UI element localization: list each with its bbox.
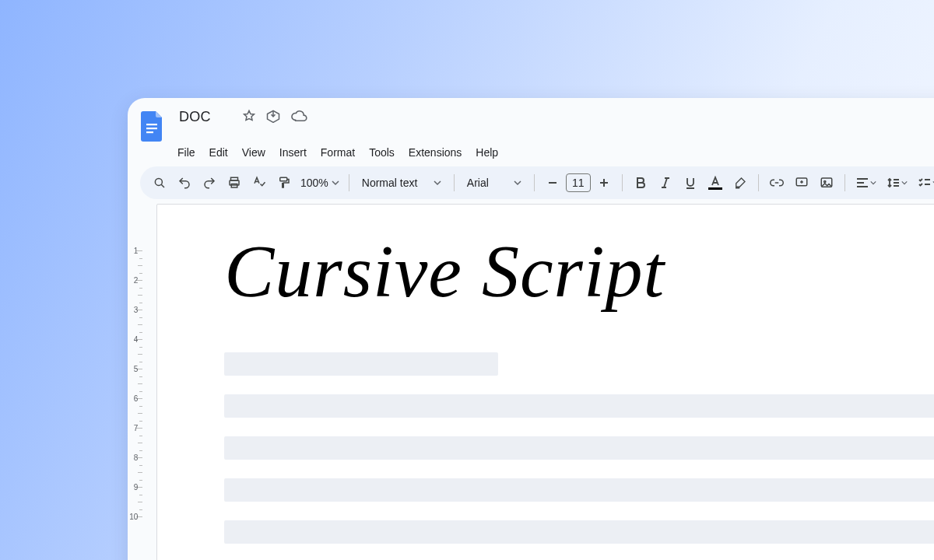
- toolbar: 100% Normal text Arial 11: [140, 166, 934, 199]
- font-size-decrease[interactable]: [541, 171, 564, 194]
- svg-point-10: [823, 180, 825, 182]
- svg-rect-2: [146, 131, 153, 133]
- title-icons: [242, 109, 307, 123]
- toolbar-separator: [534, 174, 535, 191]
- svg-rect-0: [146, 124, 157, 125]
- placeholder-line: [224, 520, 934, 544]
- placeholder-line: [224, 394, 934, 418]
- svg-rect-7: [280, 177, 287, 181]
- font-size-value: 11: [572, 177, 585, 189]
- paint-format-button[interactable]: [272, 171, 296, 194]
- document-headline[interactable]: Cursive Script: [224, 234, 934, 309]
- font-size-increase[interactable]: [592, 171, 616, 194]
- svg-point-3: [155, 178, 162, 185]
- menu-format[interactable]: Format: [314, 143, 361, 162]
- paragraph-style-value: Normal text: [362, 177, 418, 189]
- insert-link-button[interactable]: [765, 171, 788, 194]
- align-button[interactable]: [851, 171, 881, 194]
- redo-button[interactable]: [198, 171, 221, 194]
- menu-edit[interactable]: Edit: [203, 143, 234, 162]
- text-color-button[interactable]: [704, 171, 727, 194]
- menubar: File Edit View Insert Format Tools Exten…: [128, 143, 934, 166]
- menu-view[interactable]: View: [236, 143, 272, 162]
- placeholder-line: [224, 436, 934, 460]
- bold-button[interactable]: [629, 171, 652, 194]
- insert-image-button[interactable]: [815, 171, 838, 194]
- italic-button[interactable]: [654, 171, 677, 194]
- menu-help[interactable]: Help: [469, 143, 504, 162]
- toolbar-separator: [844, 174, 845, 191]
- font-family-select[interactable]: Arial: [461, 177, 528, 189]
- menu-insert[interactable]: Insert: [273, 143, 313, 162]
- add-comment-button[interactable]: [790, 171, 813, 194]
- app-window: DOC File Edit View Insert Format Tools E…: [128, 98, 934, 560]
- vertical-ruler[interactable]: 12345678910: [128, 204, 142, 560]
- spellcheck-button[interactable]: [248, 171, 271, 194]
- titlebar: DOC: [128, 98, 934, 145]
- undo-button[interactable]: [173, 171, 196, 194]
- menu-file[interactable]: File: [171, 143, 202, 162]
- move-icon[interactable]: [265, 109, 281, 123]
- menu-extensions[interactable]: Extensions: [402, 143, 468, 162]
- star-icon[interactable]: [242, 109, 256, 123]
- paragraph-style-select[interactable]: Normal text: [356, 177, 448, 189]
- toolbar-separator: [454, 174, 455, 191]
- font-family-value: Arial: [467, 177, 489, 189]
- cloud-status-icon[interactable]: [290, 110, 307, 122]
- toolbar-separator: [622, 174, 623, 191]
- toolbar-wrap: 100% Normal text Arial 11: [128, 166, 934, 199]
- title-block: DOC: [176, 107, 214, 127]
- placeholder-line: [224, 352, 498, 376]
- docs-logo[interactable]: [139, 107, 167, 145]
- toolbar-separator: [758, 174, 759, 191]
- print-button[interactable]: [223, 171, 246, 194]
- document-title[interactable]: DOC: [176, 107, 214, 127]
- highlight-color-button[interactable]: [729, 171, 752, 194]
- text-color-swatch: [708, 187, 722, 190]
- search-menus-button[interactable]: [148, 171, 171, 194]
- line-spacing-button[interactable]: [883, 171, 912, 194]
- zoom-select[interactable]: 100%: [297, 177, 342, 189]
- underline-button[interactable]: [679, 171, 702, 194]
- toolbar-separator: [349, 174, 349, 191]
- checklist-button[interactable]: [914, 171, 934, 194]
- menu-tools[interactable]: Tools: [363, 143, 401, 162]
- editor-area: 12345678910 Cursive Script: [128, 204, 934, 560]
- zoom-value: 100%: [300, 177, 328, 189]
- font-size-input[interactable]: 11: [566, 173, 591, 192]
- document-page[interactable]: Cursive Script: [156, 204, 934, 560]
- placeholder-line: [224, 478, 934, 502]
- svg-rect-1: [146, 128, 157, 129]
